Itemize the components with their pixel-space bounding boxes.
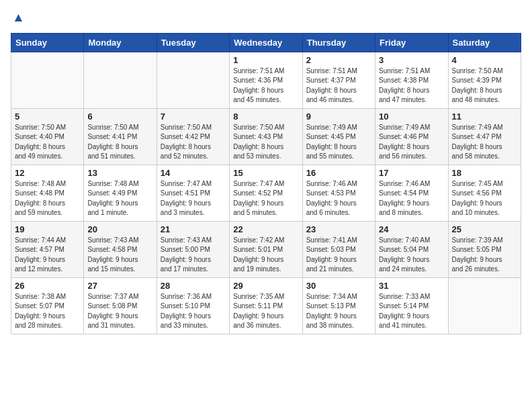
calendar-cell: 25Sunrise: 7:39 AM Sunset: 5:05 PM Dayli… — [448, 221, 521, 277]
day-number: 1 — [233, 55, 298, 65]
day-header-friday: Friday — [375, 33, 448, 52]
day-header-wednesday: Wednesday — [230, 33, 302, 52]
day-info: Sunrise: 7:33 AM Sunset: 5:14 PM Dayligh… — [379, 292, 444, 331]
day-info: Sunrise: 7:38 AM Sunset: 5:07 PM Dayligh… — [15, 292, 80, 331]
day-info: Sunrise: 7:45 AM Sunset: 4:56 PM Dayligh… — [452, 179, 517, 218]
day-number: 22 — [233, 224, 298, 234]
day-header-sunday: Sunday — [11, 33, 84, 52]
day-number: 19 — [15, 224, 80, 234]
calendar-cell — [448, 277, 521, 334]
day-info: Sunrise: 7:50 AM Sunset: 4:41 PM Dayligh… — [87, 123, 152, 162]
day-number: 4 — [452, 55, 517, 65]
day-header-monday: Monday — [84, 33, 157, 52]
calendar-cell — [11, 52, 84, 108]
calendar-cell — [157, 52, 229, 108]
day-number: 18 — [452, 168, 517, 178]
day-info: Sunrise: 7:51 AM Sunset: 4:38 PM Dayligh… — [379, 66, 444, 105]
day-info: Sunrise: 7:46 AM Sunset: 4:54 PM Dayligh… — [379, 179, 444, 218]
day-number: 7 — [161, 111, 226, 122]
calendar-cell: 21Sunrise: 7:43 AM Sunset: 5:00 PM Dayli… — [157, 221, 229, 277]
day-info: Sunrise: 7:43 AM Sunset: 4:58 PM Dayligh… — [87, 236, 152, 275]
week-row-3: 12Sunrise: 7:48 AM Sunset: 4:48 PM Dayli… — [11, 165, 521, 221]
day-number: 8 — [233, 111, 298, 122]
calendar-cell: 9Sunrise: 7:49 AM Sunset: 4:45 PM Daylig… — [302, 108, 375, 165]
day-info: Sunrise: 7:49 AM Sunset: 4:47 PM Dayligh… — [452, 123, 517, 162]
calendar-cell: 6Sunrise: 7:50 AM Sunset: 4:41 PM Daylig… — [84, 108, 157, 165]
day-number: 5 — [15, 111, 80, 122]
day-number: 26 — [15, 281, 80, 291]
day-info: Sunrise: 7:47 AM Sunset: 4:52 PM Dayligh… — [233, 179, 298, 218]
calendar-cell: 14Sunrise: 7:47 AM Sunset: 4:51 PM Dayli… — [157, 165, 229, 221]
days-header-row: SundayMondayTuesdayWednesdayThursdayFrid… — [11, 33, 521, 52]
calendar-cell: 31Sunrise: 7:33 AM Sunset: 5:14 PM Dayli… — [375, 277, 448, 334]
day-info: Sunrise: 7:48 AM Sunset: 4:48 PM Dayligh… — [15, 179, 80, 218]
calendar-cell: 26Sunrise: 7:38 AM Sunset: 5:07 PM Dayli… — [11, 277, 84, 334]
calendar-cell: 23Sunrise: 7:41 AM Sunset: 5:03 PM Dayli… — [302, 221, 375, 277]
calendar-cell: 8Sunrise: 7:50 AM Sunset: 4:43 PM Daylig… — [230, 108, 302, 165]
week-row-2: 5Sunrise: 7:50 AM Sunset: 4:40 PM Daylig… — [11, 108, 521, 165]
day-number: 9 — [306, 111, 371, 122]
calendar-cell: 29Sunrise: 7:35 AM Sunset: 5:11 PM Dayli… — [230, 277, 302, 334]
calendar-cell: 13Sunrise: 7:48 AM Sunset: 4:49 PM Dayli… — [84, 165, 157, 221]
calendar-cell: 22Sunrise: 7:42 AM Sunset: 5:01 PM Dayli… — [230, 221, 302, 277]
calendar-cell: 30Sunrise: 7:34 AM Sunset: 5:13 PM Dayli… — [302, 277, 375, 334]
week-row-5: 26Sunrise: 7:38 AM Sunset: 5:07 PM Dayli… — [11, 277, 521, 334]
day-info: Sunrise: 7:36 AM Sunset: 5:10 PM Dayligh… — [161, 292, 226, 331]
day-info: Sunrise: 7:46 AM Sunset: 4:53 PM Dayligh… — [306, 179, 371, 218]
day-info: Sunrise: 7:43 AM Sunset: 5:00 PM Dayligh… — [161, 236, 226, 275]
day-info: Sunrise: 7:50 AM Sunset: 4:43 PM Dayligh… — [233, 123, 298, 162]
calendar-cell: 11Sunrise: 7:49 AM Sunset: 4:47 PM Dayli… — [448, 108, 521, 165]
day-header-saturday: Saturday — [448, 33, 521, 52]
day-number: 17 — [379, 168, 444, 178]
day-info: Sunrise: 7:44 AM Sunset: 4:57 PM Dayligh… — [15, 236, 80, 275]
day-header-thursday: Thursday — [302, 33, 375, 52]
day-number: 21 — [161, 224, 226, 234]
calendar-cell: 15Sunrise: 7:47 AM Sunset: 4:52 PM Dayli… — [230, 165, 302, 221]
calendar-cell: 5Sunrise: 7:50 AM Sunset: 4:40 PM Daylig… — [11, 108, 84, 165]
week-row-1: 1Sunrise: 7:51 AM Sunset: 4:36 PM Daylig… — [11, 52, 521, 108]
day-info: Sunrise: 7:41 AM Sunset: 5:03 PM Dayligh… — [306, 236, 371, 275]
calendar-cell: 28Sunrise: 7:36 AM Sunset: 5:10 PM Dayli… — [157, 277, 229, 334]
day-number: 12 — [15, 168, 80, 178]
day-number: 28 — [161, 281, 226, 291]
calendar-cell: 4Sunrise: 7:50 AM Sunset: 4:39 PM Daylig… — [448, 52, 521, 108]
day-info: Sunrise: 7:48 AM Sunset: 4:49 PM Dayligh… — [87, 179, 152, 218]
day-info: Sunrise: 7:37 AM Sunset: 5:08 PM Dayligh… — [87, 292, 152, 331]
day-info: Sunrise: 7:51 AM Sunset: 4:37 PM Dayligh… — [306, 66, 371, 105]
calendar-cell — [84, 52, 157, 108]
day-number: 16 — [306, 168, 371, 178]
day-info: Sunrise: 7:34 AM Sunset: 5:13 PM Dayligh… — [306, 292, 371, 331]
day-info: Sunrise: 7:42 AM Sunset: 5:01 PM Dayligh… — [233, 236, 298, 275]
calendar-table: SundayMondayTuesdayWednesdayThursdayFrid… — [11, 33, 521, 334]
day-info: Sunrise: 7:50 AM Sunset: 4:42 PM Dayligh… — [161, 123, 226, 162]
day-number: 27 — [87, 281, 152, 291]
day-info: Sunrise: 7:47 AM Sunset: 4:51 PM Dayligh… — [161, 179, 226, 218]
calendar-cell: 3Sunrise: 7:51 AM Sunset: 4:38 PM Daylig… — [375, 52, 448, 108]
calendar-cell: 27Sunrise: 7:37 AM Sunset: 5:08 PM Dayli… — [84, 277, 157, 334]
day-number: 24 — [379, 224, 444, 234]
calendar-cell: 16Sunrise: 7:46 AM Sunset: 4:53 PM Dayli… — [302, 165, 375, 221]
day-number: 3 — [379, 55, 444, 65]
day-header-tuesday: Tuesday — [157, 33, 229, 52]
day-number: 23 — [306, 224, 371, 234]
calendar-cell: 1Sunrise: 7:51 AM Sunset: 4:36 PM Daylig… — [230, 52, 302, 108]
logo: ▲ — [11, 11, 25, 25]
day-info: Sunrise: 7:50 AM Sunset: 4:39 PM Dayligh… — [452, 66, 517, 105]
calendar-cell: 10Sunrise: 7:49 AM Sunset: 4:46 PM Dayli… — [375, 108, 448, 165]
day-number: 31 — [379, 281, 444, 291]
calendar-cell: 20Sunrise: 7:43 AM Sunset: 4:58 PM Dayli… — [84, 221, 157, 277]
calendar-cell: 18Sunrise: 7:45 AM Sunset: 4:56 PM Dayli… — [448, 165, 521, 221]
day-info: Sunrise: 7:40 AM Sunset: 5:04 PM Dayligh… — [379, 236, 444, 275]
calendar-cell: 2Sunrise: 7:51 AM Sunset: 4:37 PM Daylig… — [302, 52, 375, 108]
day-number: 13 — [87, 168, 152, 178]
calendar-cell: 19Sunrise: 7:44 AM Sunset: 4:57 PM Dayli… — [11, 221, 84, 277]
week-row-4: 19Sunrise: 7:44 AM Sunset: 4:57 PM Dayli… — [11, 221, 521, 277]
day-number: 20 — [87, 224, 152, 234]
calendar-cell: 12Sunrise: 7:48 AM Sunset: 4:48 PM Dayli… — [11, 165, 84, 221]
day-number: 10 — [379, 111, 444, 122]
day-info: Sunrise: 7:35 AM Sunset: 5:11 PM Dayligh… — [233, 292, 298, 331]
day-number: 2 — [306, 55, 371, 65]
calendar-cell: 17Sunrise: 7:46 AM Sunset: 4:54 PM Dayli… — [375, 165, 448, 221]
day-number: 30 — [306, 281, 371, 291]
day-info: Sunrise: 7:39 AM Sunset: 5:05 PM Dayligh… — [452, 236, 517, 275]
